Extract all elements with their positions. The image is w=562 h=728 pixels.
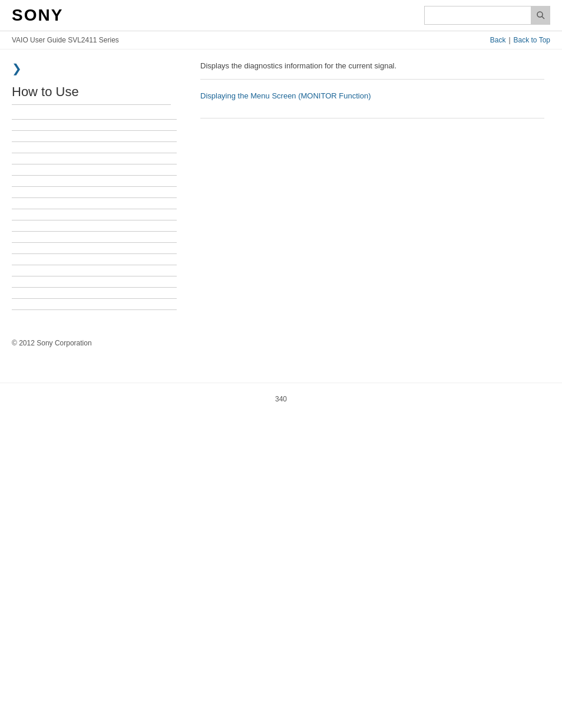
sidebar-item[interactable] bbox=[12, 287, 177, 288]
sidebar-item[interactable] bbox=[12, 231, 177, 232]
sidebar-item[interactable] bbox=[12, 153, 177, 153]
guide-title: VAIO User Guide SVL2411 Series bbox=[12, 36, 119, 44]
breadcrumb-bar: VAIO User Guide SVL2411 Series Back | Ba… bbox=[0, 31, 562, 50]
sidebar-item[interactable] bbox=[12, 164, 177, 164]
sidebar-item[interactable] bbox=[12, 141, 177, 142]
sidebar-arrow[interactable]: ❯ bbox=[12, 61, 171, 75]
sidebar-item[interactable] bbox=[12, 119, 177, 120]
search-input[interactable] bbox=[425, 9, 531, 22]
sidebar-item[interactable] bbox=[12, 253, 177, 254]
page-number: 340 bbox=[0, 383, 562, 415]
sidebar-item[interactable] bbox=[12, 298, 177, 299]
content-description: Displays the diagnostics information for… bbox=[200, 61, 544, 80]
sidebar-item[interactable] bbox=[12, 265, 177, 265]
content-area: Displays the diagnostics information for… bbox=[183, 50, 562, 327]
sidebar-item[interactable] bbox=[12, 220, 177, 220]
svg-point-0 bbox=[537, 12, 543, 17]
footer: © 2012 Sony Corporation bbox=[0, 327, 562, 359]
breadcrumb-links: Back | Back to Top bbox=[490, 36, 550, 44]
sidebar-item[interactable] bbox=[12, 130, 177, 131]
sidebar-item[interactable] bbox=[12, 197, 177, 198]
sidebar-lines-container bbox=[12, 114, 171, 315]
header: SONY bbox=[0, 0, 562, 31]
back-to-top-link[interactable]: Back to Top bbox=[514, 36, 550, 44]
sidebar-item[interactable] bbox=[12, 186, 177, 187]
search-box bbox=[424, 6, 550, 25]
sony-logo: SONY bbox=[12, 6, 63, 25]
svg-line-1 bbox=[542, 17, 544, 19]
breadcrumb-separator: | bbox=[508, 36, 510, 44]
search-icon bbox=[536, 11, 546, 20]
search-button[interactable] bbox=[531, 6, 550, 25]
main-content: ❯ How to Use Displays the diagnostics in… bbox=[0, 50, 562, 327]
content-link-section: Displaying the Menu Screen (MONITOR Func… bbox=[200, 91, 544, 118]
monitor-function-link[interactable]: Displaying the Menu Screen (MONITOR Func… bbox=[200, 91, 544, 100]
sidebar-item[interactable] bbox=[12, 276, 177, 276]
sidebar-item[interactable] bbox=[12, 242, 177, 243]
sidebar-title: How to Use bbox=[12, 84, 171, 105]
back-link[interactable]: Back bbox=[490, 36, 506, 44]
sidebar-item[interactable] bbox=[12, 309, 177, 310]
sidebar-item[interactable] bbox=[12, 175, 177, 176]
copyright: © 2012 Sony Corporation bbox=[12, 339, 92, 347]
sidebar: ❯ How to Use bbox=[0, 50, 183, 327]
sidebar-item[interactable] bbox=[12, 209, 177, 209]
